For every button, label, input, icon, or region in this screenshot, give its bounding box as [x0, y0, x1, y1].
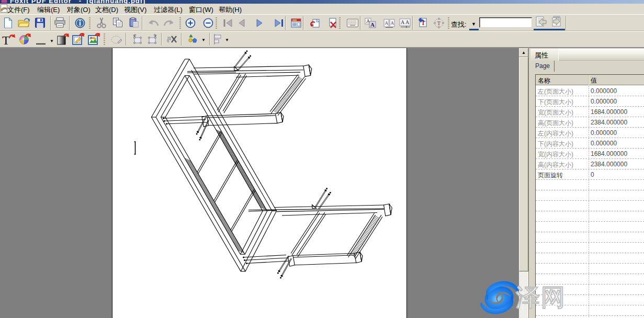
- svg-text:A: A: [405, 19, 410, 25]
- svg-text:T: T: [437, 20, 441, 26]
- svg-text:A: A: [370, 21, 375, 28]
- svg-text:A: A: [391, 20, 394, 26]
- svg-text:A: A: [401, 19, 405, 25]
- svg-text:A: A: [385, 20, 389, 26]
- svg-text:T: T: [2, 33, 10, 46]
